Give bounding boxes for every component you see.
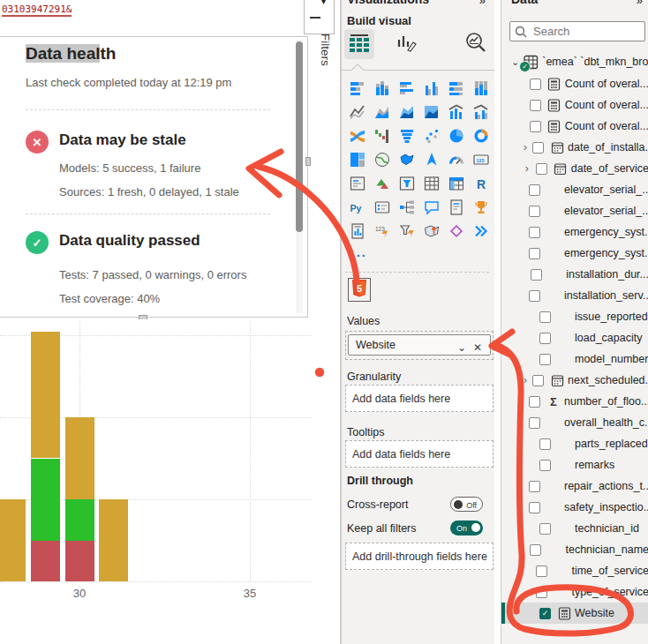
field-checkbox[interactable]	[529, 417, 540, 429]
visual-type-qa-visual-icon[interactable]	[419, 195, 444, 219]
field-row[interactable]: remarks	[501, 454, 648, 476]
visual-type-python-visual-icon[interactable]: Py	[345, 195, 370, 219]
visual-type-clustered-bar-chart-icon[interactable]	[395, 76, 419, 100]
visual-type-button-slicer-icon[interactable]	[370, 195, 395, 219]
visual-type-matrix-icon[interactable]	[444, 171, 469, 195]
field-row[interactable]: installation_serv...	[501, 285, 648, 306]
field-checkbox[interactable]	[539, 460, 551, 471]
field-row[interactable]: repair_actions_t...	[501, 476, 648, 497]
field-row[interactable]: safety_inspectio...	[501, 497, 648, 518]
field-checkbox[interactable]	[539, 523, 551, 535]
visual-type-gauge-icon[interactable]	[444, 147, 469, 171]
expand-icon[interactable]: ›	[524, 141, 527, 154]
field-row[interactable]: emergency_syst...	[501, 243, 648, 264]
tab-analytics[interactable]	[462, 29, 492, 59]
field-checkbox[interactable]	[539, 354, 551, 365]
visual-type-stacked-bar-chart-icon[interactable]	[345, 76, 370, 100]
field-row[interactable]: ›next_scheduled...	[501, 370, 648, 391]
visual-type-power-automate-icon[interactable]	[395, 219, 419, 243]
field-checkbox[interactable]	[529, 481, 540, 492]
field-checkbox[interactable]	[531, 269, 542, 281]
visual-type-waterfall-chart-icon[interactable]	[370, 124, 395, 147]
visual-type-filled-map-icon[interactable]	[395, 147, 419, 171]
visual-type-stacked-column-chart-icon[interactable]	[370, 76, 395, 100]
field-checkbox[interactable]	[530, 100, 541, 111]
field-checkbox[interactable]	[536, 587, 547, 598]
expand-icon[interactable]: ›	[524, 374, 527, 386]
bar-segment-gold[interactable]	[65, 417, 94, 499]
field-checkbox[interactable]	[529, 184, 540, 196]
expand-icon[interactable]: ›	[524, 162, 531, 175]
visual-type-smart-narrative-icon[interactable]	[444, 195, 469, 219]
field-row[interactable]: ›date_of_service	[501, 158, 648, 179]
tooltips-drop-area[interactable]: Add data fields here	[345, 440, 494, 468]
visual-type-donut-chart-icon[interactable]	[469, 124, 494, 147]
visual-type-azure-map-icon[interactable]	[419, 147, 444, 171]
bar-segment-red[interactable]	[65, 541, 94, 582]
field-row[interactable]: ›date_of_installa...	[501, 137, 648, 158]
visual-type-r-script-visual-icon[interactable]: R	[469, 171, 494, 195]
bar-segment-gold[interactable]	[0, 499, 26, 581]
field-checkbox[interactable]	[529, 248, 540, 259]
visual-type-scatter-chart-icon[interactable]	[419, 124, 444, 147]
tab-build-visual[interactable]	[344, 29, 374, 59]
visual-type-area-chart-icon[interactable]	[370, 100, 395, 124]
keep-all-filters-toggle[interactable]: On	[450, 520, 483, 535]
field-row[interactable]: technician_name	[501, 539, 648, 560]
visual-type-power-automate-visual-icon[interactable]	[469, 219, 494, 243]
visual-type-line-chart-icon[interactable]	[345, 100, 370, 124]
field-checkbox[interactable]	[539, 333, 551, 344]
field-row[interactable]: load_capacity	[501, 327, 648, 348]
field-row[interactable]: Count of overal...	[501, 73, 648, 94]
bar-segment-gold[interactable]	[99, 499, 128, 581]
card-scrollbar[interactable]	[296, 40, 303, 313]
field-row[interactable]: technician_id	[501, 518, 648, 539]
visual-type-ribbon-chart-icon[interactable]	[345, 124, 370, 147]
url-text[interactable]: 03103947291&	[2, 4, 72, 17]
field-row[interactable]: elevator_serial_...	[501, 200, 648, 221]
visual-type-slicer-icon[interactable]	[395, 171, 419, 195]
field-checkbox[interactable]	[529, 227, 540, 238]
visual-type-metrics-icon[interactable]	[469, 195, 494, 219]
field-row[interactable]: ✓Website	[501, 603, 648, 624]
visual-type-funnel-chart-icon[interactable]	[395, 124, 419, 147]
visual-type-map-icon[interactable]	[370, 147, 395, 171]
bar-segment-red[interactable]	[31, 541, 60, 582]
chevron-down-icon[interactable]: ⌄	[511, 56, 519, 68]
visual-type-hundred-stacked-column-chart-icon[interactable]	[469, 76, 494, 100]
field-checkbox[interactable]: ✓	[539, 608, 551, 619]
collapse-panel-icon[interactable]: »	[479, 0, 486, 7]
values-field-pill[interactable]: Website ⌄ ✕	[348, 334, 491, 356]
caret-down-icon[interactable]: ▾	[321, 0, 326, 6]
filters-pane-collapsed[interactable]: Filters	[311, 0, 341, 644]
field-row[interactable]: model_number	[501, 348, 648, 370]
visual-type-kpi-icon[interactable]	[370, 171, 395, 195]
chevron-down-icon[interactable]: ⌄	[457, 342, 466, 353]
more-visuals-ellipsis[interactable]: ...	[351, 245, 367, 259]
field-checkbox[interactable]	[530, 79, 541, 90]
html5-custom-visual[interactable]: 5	[348, 278, 371, 302]
field-checkbox[interactable]	[529, 396, 540, 408]
visual-type-card-icon[interactable]: 123	[469, 147, 494, 171]
visual-type-paginated-report-icon[interactable]	[345, 219, 370, 243]
visual-type-decomposition-tree-icon[interactable]	[395, 195, 419, 219]
stacked-column-chart-visual[interactable]: 3035	[0, 319, 311, 644]
field-checkbox[interactable]	[536, 565, 547, 577]
field-row[interactable]: overall_health_c...	[501, 412, 648, 433]
visual-type-treemap-icon[interactable]	[345, 147, 370, 171]
field-row[interactable]: Σnumber_of_floo...	[501, 391, 648, 412]
tab-format-visual[interactable]	[392, 29, 422, 59]
scrollbar-thumb[interactable]	[296, 41, 303, 232]
visual-type-line-clustered-column-chart-icon[interactable]	[469, 100, 494, 124]
field-checkbox[interactable]	[529, 206, 540, 217]
visual-type-line-stacked-column-chart-icon[interactable]	[444, 100, 469, 124]
field-checkbox[interactable]	[539, 438, 551, 450]
field-row[interactable]: parts_replaced	[501, 433, 648, 454]
visual-type-clustered-column-chart-icon[interactable]	[419, 76, 444, 100]
visual-type-arcgis-map-icon[interactable]	[419, 219, 444, 243]
visual-type-hundred-stacked-area-chart-icon[interactable]	[419, 100, 444, 124]
visual-type-hundred-stacked-bar-chart-icon[interactable]	[444, 76, 469, 100]
field-row[interactable]: Count of overal...	[501, 94, 648, 116]
field-checkbox[interactable]	[530, 544, 541, 556]
field-checkbox[interactable]	[529, 290, 540, 302]
